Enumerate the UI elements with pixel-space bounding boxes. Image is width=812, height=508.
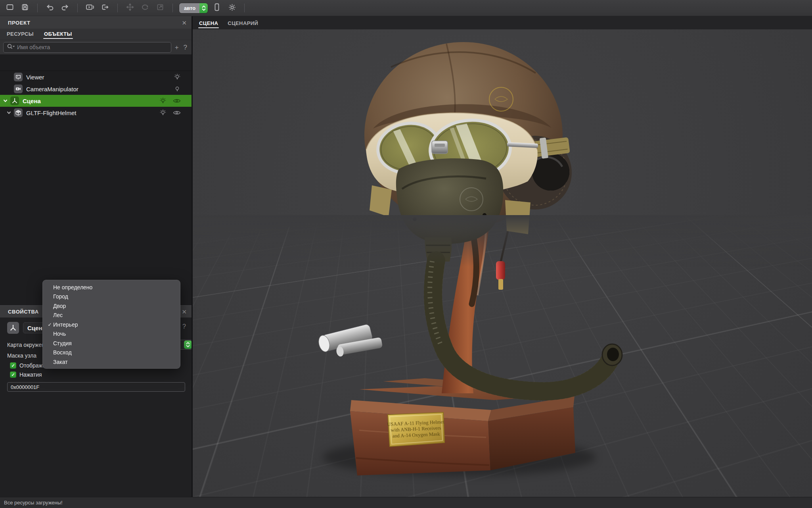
save-button[interactable] bbox=[19, 3, 31, 13]
quality-stepper[interactable] bbox=[199, 3, 208, 13]
object-search-row: + ? bbox=[0, 40, 192, 54]
app-window: авто ПРОЕКТ ✕ РЕСУРСЫ ОБЪЕКТЫ bbox=[0, 0, 812, 508]
tree-row-label: Сцена bbox=[23, 98, 41, 104]
project-tabs: РЕСУРСЫ ОБЪЕКТЫ bbox=[0, 29, 192, 40]
bulb-off-icon[interactable] bbox=[173, 85, 181, 93]
toolbar-separator bbox=[244, 4, 245, 12]
menu-item-sunrise[interactable]: Восход bbox=[43, 348, 180, 358]
export-icon bbox=[101, 3, 109, 13]
scale-tool-button[interactable] bbox=[154, 3, 166, 13]
menu-item-undefined[interactable]: Не определено bbox=[43, 283, 180, 292]
chevron-down-icon bbox=[202, 8, 206, 11]
main-toolbar: авто bbox=[0, 0, 812, 16]
scale-icon bbox=[156, 3, 164, 13]
brass-plaque: USAAF A-11 Flying Helmet with ANB-H-1 Re… bbox=[387, 412, 445, 446]
tree-row-cameramanipulator[interactable]: CameraManipulator bbox=[0, 83, 192, 95]
object-search-box[interactable] bbox=[3, 42, 171, 53]
checkbox-checked-icon[interactable]: ✓ bbox=[10, 362, 16, 369]
expander-chevron-icon[interactable] bbox=[3, 99, 9, 102]
status-bar: Все ресурсы загружены! bbox=[0, 497, 812, 508]
quality-select[interactable]: авто bbox=[179, 3, 208, 13]
window-icon bbox=[6, 3, 14, 13]
bulb-on-icon[interactable] bbox=[159, 97, 167, 105]
project-close-button[interactable]: ✕ bbox=[182, 20, 187, 26]
gear-icon bbox=[228, 3, 236, 13]
properties-close-button[interactable]: ✕ bbox=[182, 309, 187, 315]
move-tool-button[interactable] bbox=[124, 3, 136, 13]
new-project-button[interactable] bbox=[4, 3, 16, 13]
node-mask-input[interactable] bbox=[7, 382, 185, 392]
menu-item-yard[interactable]: Двор bbox=[43, 301, 180, 311]
tree-row-scene[interactable]: Сцена bbox=[0, 95, 192, 107]
export-button[interactable] bbox=[99, 3, 111, 13]
tab-objects[interactable]: ОБЪЕКТЫ bbox=[44, 31, 72, 40]
click-checkbox-row[interactable]: ✓ Нажатия bbox=[10, 371, 185, 378]
menu-item-interior[interactable]: ✓Интерьер bbox=[43, 320, 180, 329]
undo-icon bbox=[46, 3, 54, 13]
click-checkbox-label: Нажатия bbox=[19, 371, 42, 378]
phone-icon bbox=[213, 3, 221, 13]
menu-item-studio[interactable]: Студия bbox=[43, 339, 180, 348]
chevron-up-icon bbox=[186, 342, 190, 344]
env-map-stepper[interactable] bbox=[184, 341, 192, 349]
tree-row-label: Viewer bbox=[26, 74, 44, 81]
move-icon bbox=[126, 3, 134, 13]
checkbox-checked-icon[interactable]: ✓ bbox=[10, 371, 16, 378]
save-icon bbox=[21, 3, 29, 13]
rotate-tool-button[interactable] bbox=[139, 3, 151, 13]
eye-icon[interactable] bbox=[172, 98, 181, 104]
tree-row-label: CameraManipulator bbox=[26, 86, 79, 92]
play-video-icon bbox=[85, 3, 95, 13]
left-panel-column: ПРОЕКТ ✕ РЕСУРСЫ ОБЪЕКТЫ + ? Viewer bbox=[0, 16, 192, 497]
bulb-on-icon[interactable] bbox=[159, 109, 167, 117]
project-panel-title: ПРОЕКТ bbox=[8, 20, 30, 26]
menu-item-forest[interactable]: Лес bbox=[43, 311, 180, 320]
tree-row-gltf-flighthelmet[interactable]: GLTF-FlightHelmet bbox=[0, 107, 192, 119]
tree-row-label: GLTF-FlightHelmet bbox=[26, 110, 76, 116]
menu-item-night[interactable]: Ночь bbox=[43, 329, 180, 339]
scene-axes-icon bbox=[10, 96, 19, 105]
eye-icon[interactable] bbox=[172, 110, 181, 116]
project-panel-header: ПРОЕКТ ✕ bbox=[0, 16, 192, 29]
settings-button[interactable] bbox=[226, 3, 238, 13]
redo-button[interactable] bbox=[59, 3, 71, 13]
viewport-tabs: СЦЕНА СЦЕНАРИЙ bbox=[193, 16, 812, 29]
expander-chevron-icon[interactable] bbox=[7, 111, 12, 114]
camera-icon bbox=[14, 85, 23, 93]
cube-icon bbox=[14, 108, 23, 117]
monitor-icon bbox=[14, 73, 23, 81]
viewport: СЦЕНА СЦЕНАРИЙ bbox=[193, 16, 812, 497]
env-map-dropdown-menu: Не определено Город Двор Лес ✓Интерьер Н… bbox=[42, 280, 180, 369]
toolbar-separator bbox=[172, 4, 173, 12]
project-help-button[interactable]: ? bbox=[182, 44, 189, 51]
menu-item-city[interactable]: Город bbox=[43, 292, 180, 302]
toolbar-separator bbox=[37, 4, 38, 12]
redo-icon bbox=[61, 3, 69, 13]
chevron-up-icon bbox=[202, 6, 206, 8]
properties-panel-title: СВОЙСТВА bbox=[8, 309, 39, 315]
selected-check-icon: ✓ bbox=[46, 322, 53, 327]
tree-row-viewer[interactable]: Viewer bbox=[0, 71, 192, 83]
status-message: Все ресурсы загружены! bbox=[4, 500, 63, 506]
add-object-button[interactable]: + bbox=[174, 44, 180, 51]
rotate-icon bbox=[141, 3, 149, 13]
toolbar-separator bbox=[117, 4, 118, 12]
device-preview-button[interactable] bbox=[211, 3, 223, 13]
goggle-bridge bbox=[432, 141, 448, 154]
object-search-input[interactable] bbox=[17, 44, 168, 50]
scene-axes-icon bbox=[7, 322, 19, 334]
tab-scene[interactable]: СЦЕНА bbox=[199, 20, 218, 29]
properties-help-button[interactable]: ? bbox=[182, 323, 186, 330]
tab-scenario[interactable]: СЦЕНАРИЙ bbox=[228, 20, 258, 29]
tab-resources[interactable]: РЕСУРСЫ bbox=[7, 31, 34, 40]
bulb-on-icon[interactable] bbox=[173, 73, 181, 81]
chevron-down-icon bbox=[186, 345, 190, 347]
viewport-canvas[interactable]: USAAF A-11 Flying Helmet with ANB-H-1 Re… bbox=[193, 29, 812, 497]
mask-strap-left bbox=[370, 185, 392, 217]
menu-item-sunset[interactable]: Закат bbox=[43, 357, 180, 367]
undo-button[interactable] bbox=[44, 3, 56, 13]
quality-select-value: авто bbox=[179, 3, 199, 13]
metal-connector bbox=[317, 322, 383, 363]
object-tree: Viewer CameraManipulator Сцена bbox=[0, 71, 192, 305]
play-button[interactable] bbox=[84, 3, 96, 13]
